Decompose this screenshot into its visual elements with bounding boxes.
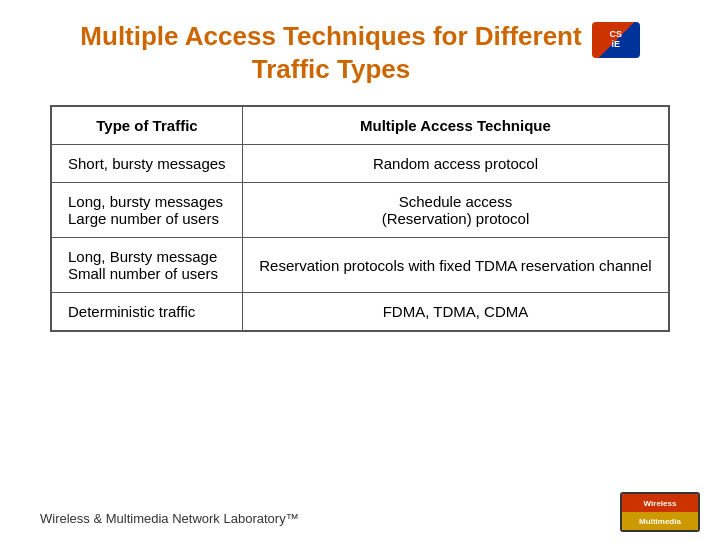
footer-label: Wireless & Multimedia Network Laboratory… — [40, 511, 299, 526]
table-header-row: Type of Traffic Multiple Access Techniqu… — [51, 106, 669, 145]
page-title: Multiple Access Techniques for Different… — [80, 20, 581, 85]
table-wrapper: Type of Traffic Multiple Access Techniqu… — [50, 105, 670, 332]
logo-badge: CSiE — [592, 22, 640, 58]
footer-logo-top-text: Wireless — [644, 499, 677, 508]
page-container: Multiple Access Techniques for Different… — [0, 0, 720, 540]
col-header-technique: Multiple Access Technique — [242, 106, 669, 145]
table-row: Long, Bursty messageSmall number of user… — [51, 238, 669, 293]
table-row: Short, bursty messages Random access pro… — [51, 145, 669, 183]
cell-right-3: Reservation protocols with fixed TDMA re… — [242, 238, 669, 293]
col-header-traffic: Type of Traffic — [51, 106, 242, 145]
cell-left-3: Long, Bursty messageSmall number of user… — [51, 238, 242, 293]
footer-logo: Wireless Multimedia — [620, 492, 700, 532]
table-row: Long, bursty messagesLarge number of use… — [51, 183, 669, 238]
main-table: Type of Traffic Multiple Access Techniqu… — [50, 105, 670, 332]
cell-left-2: Long, bursty messagesLarge number of use… — [51, 183, 242, 238]
logo-text: CSiE — [609, 30, 622, 50]
cell-right-2: Schedule access(Reservation) protocol — [242, 183, 669, 238]
cell-left-4: Deterministic traffic — [51, 293, 242, 332]
footer-logo-top: Wireless — [622, 494, 698, 512]
title-area: Multiple Access Techniques for Different… — [40, 20, 680, 85]
cell-left-1: Short, bursty messages — [51, 145, 242, 183]
cell-right-1: Random access protocol — [242, 145, 669, 183]
table-row: Deterministic traffic FDMA, TDMA, CDMA — [51, 293, 669, 332]
footer: Wireless & Multimedia Network Laboratory… — [40, 511, 299, 526]
cell-right-4: FDMA, TDMA, CDMA — [242, 293, 669, 332]
footer-logo-bottom: Multimedia — [622, 512, 698, 530]
footer-logo-bottom-text: Multimedia — [639, 517, 681, 526]
